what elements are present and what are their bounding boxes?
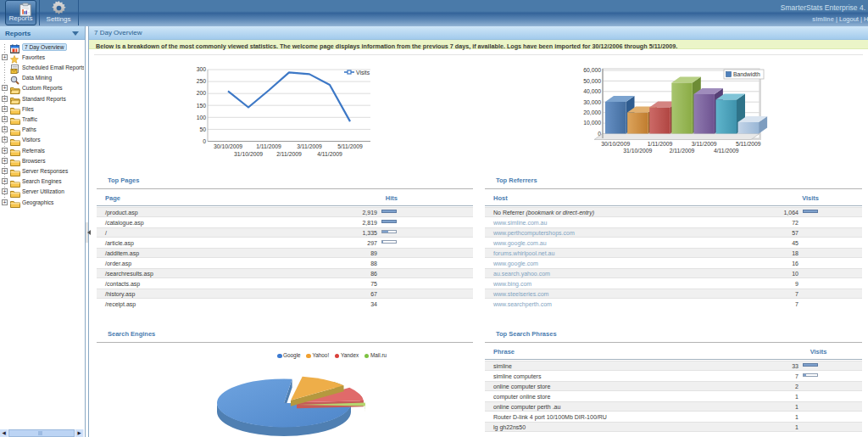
svg-text:20,000: 20,000 — [583, 109, 601, 115]
svg-text:Visits: Visits — [356, 70, 370, 76]
svg-text:31/10/2009: 31/10/2009 — [234, 151, 263, 157]
svg-text:4/11/2009: 4/11/2009 — [714, 148, 739, 154]
svg-text:250: 250 — [197, 78, 207, 84]
svg-text:200: 200 — [197, 90, 207, 96]
svg-text:5/11/2009: 5/11/2009 — [337, 143, 363, 149]
svg-text:5/11/2009: 5/11/2009 — [736, 141, 761, 147]
svg-text:300: 300 — [197, 66, 207, 72]
svg-text:150: 150 — [197, 103, 207, 109]
svg-text:1/11/2009: 1/11/2009 — [256, 143, 281, 149]
svg-text:30/10/2009: 30/10/2009 — [214, 143, 242, 149]
svg-text:4/11/2009: 4/11/2009 — [317, 151, 342, 157]
svg-text:3/11/2009: 3/11/2009 — [692, 141, 717, 147]
svg-text:100: 100 — [197, 115, 207, 120]
svg-text:31/10/2009: 31/10/2009 — [623, 148, 652, 154]
svg-text:50: 50 — [199, 126, 206, 132]
svg-text:40,000: 40,000 — [583, 88, 601, 94]
svg-text:50,000: 50,000 — [583, 78, 601, 84]
svg-text:1/11/2009: 1/11/2009 — [648, 141, 673, 147]
svg-text:60,000: 60,000 — [583, 67, 601, 73]
svg-text:10,000: 10,000 — [583, 120, 601, 126]
svg-text:Bandwidth: Bandwidth — [733, 71, 760, 77]
svg-text:2/11/2009: 2/11/2009 — [670, 148, 695, 154]
svg-text:2/11/2009: 2/11/2009 — [276, 151, 302, 157]
svg-text:3/11/2009: 3/11/2009 — [297, 143, 322, 149]
svg-text:0: 0 — [203, 138, 206, 144]
svg-text:30,000: 30,000 — [583, 99, 601, 105]
svg-text:30/10/2009: 30/10/2009 — [601, 141, 630, 147]
